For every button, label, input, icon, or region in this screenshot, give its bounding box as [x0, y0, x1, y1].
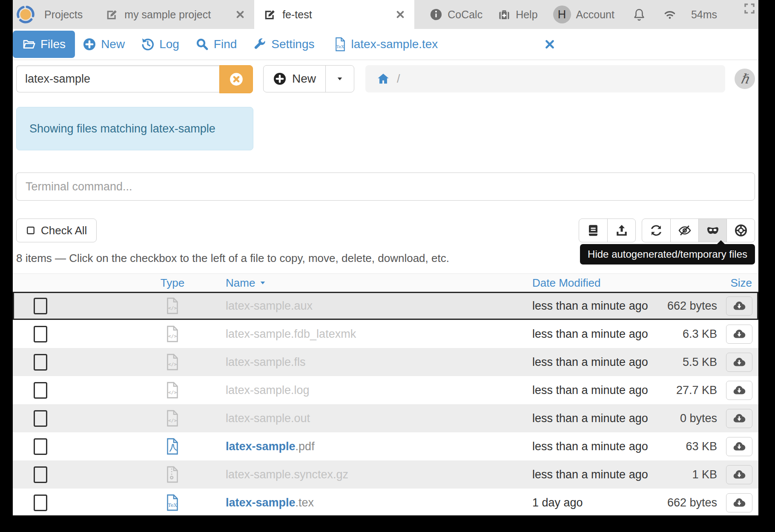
masked-files-tooltip: Hide autogenerated/temporary files — [580, 244, 755, 265]
download-cell — [720, 296, 758, 316]
hidden-files-icon — [678, 224, 692, 237]
file-name[interactable]: latex-sample.synctex.gz — [226, 468, 515, 481]
hbar-button[interactable]: ℏ — [735, 69, 755, 89]
wifi-icon[interactable] — [663, 8, 677, 21]
date-modified-cell: less than a minute ago — [515, 384, 647, 397]
backups-button[interactable] — [726, 219, 755, 242]
download-button[interactable] — [726, 381, 752, 400]
notebook-button[interactable] — [579, 219, 607, 242]
row-checkbox[interactable] — [34, 298, 47, 314]
download-cell — [720, 353, 758, 372]
clear-search-button[interactable] — [219, 65, 253, 93]
cocalc-logo-icon[interactable] — [16, 5, 35, 24]
table-row[interactable]: </>latex-sample.auxless than a minute ag… — [13, 292, 758, 320]
bell-icon[interactable] — [632, 8, 646, 21]
file-size-cell: 0 bytes — [647, 412, 720, 425]
column-header-size[interactable]: Size — [647, 276, 758, 290]
download-button[interactable] — [726, 325, 752, 344]
table-row[interactable]: TeXlatex-sample.tex1 day ago662 bytes — [13, 489, 758, 515]
close-icon[interactable] — [235, 10, 245, 19]
wrench-icon — [253, 37, 267, 51]
tab-fe-test[interactable]: fe-test — [254, 0, 414, 29]
row-checkbox[interactable] — [34, 495, 47, 511]
file-link[interactable]: latex-sample.tex — [226, 496, 314, 509]
file-name: latex-sample.tex — [226, 496, 515, 509]
file-name[interactable]: latex-sample.out — [226, 412, 515, 425]
edit-icon — [106, 8, 118, 21]
column-header-name[interactable]: Name — [226, 276, 515, 290]
download-cell — [720, 381, 758, 400]
refresh-button[interactable] — [642, 219, 670, 242]
cocalc-menu-button[interactable]: CoCalc — [430, 8, 482, 21]
download-cell — [720, 493, 758, 512]
home-icon[interactable] — [376, 72, 390, 86]
project-nav-item-files[interactable]: Files — [13, 31, 75, 58]
row-checkbox[interactable] — [34, 410, 47, 427]
checkbox-cell — [13, 354, 68, 371]
fullscreen-icon[interactable] — [743, 2, 756, 15]
breadcrumb: / — [365, 65, 725, 92]
terminal-command-input[interactable] — [16, 173, 755, 200]
row-checkbox[interactable] — [34, 466, 47, 483]
row-checkbox[interactable] — [34, 438, 47, 455]
checkbox-cell — [13, 382, 68, 399]
tab-my-sample-project[interactable]: my sample project — [96, 0, 254, 29]
download-button[interactable] — [726, 493, 752, 512]
project-nav-item-find[interactable]: Find — [195, 37, 237, 51]
file-type-cell: TeX — [68, 494, 226, 511]
table-row[interactable]: latex-sample.pdfless than a minute ago63… — [13, 432, 758, 460]
project-nav-item-new[interactable]: New — [83, 37, 125, 51]
file-zip-icon — [166, 466, 179, 483]
table-row[interactable]: </>latex-sample.logless than a minute ag… — [13, 376, 758, 404]
file-tex-icon: TeX — [166, 494, 179, 511]
file-type-cell — [68, 466, 226, 483]
project-nav-item-settings[interactable]: Settings — [253, 37, 314, 51]
circle-x-icon — [229, 72, 244, 86]
new-file-button[interactable]: New — [264, 66, 326, 92]
masked-files-button[interactable] — [698, 219, 726, 242]
file-name[interactable]: latex-sample.aux — [226, 299, 515, 313]
open-file-tab-latex-sample-tex[interactable]: TeX latex-sample.tex — [334, 37, 556, 52]
upload-button[interactable] — [607, 219, 635, 242]
date-modified-cell: 1 day ago — [515, 496, 647, 509]
project-nav-item-log[interactable]: Log — [141, 37, 179, 51]
column-header-date-modified[interactable]: Date Modified — [515, 276, 647, 290]
file-name[interactable]: latex-sample.fls — [226, 356, 515, 369]
download-button[interactable] — [726, 353, 752, 372]
cloud-download-icon — [732, 411, 746, 425]
table-row[interactable]: </>latex-sample.flsless than a minute ag… — [13, 348, 758, 376]
row-checkbox[interactable] — [34, 326, 47, 342]
caret-down-icon — [259, 279, 267, 287]
file-link[interactable]: latex-sample.pdf — [226, 440, 315, 453]
help-button[interactable]: Help — [498, 8, 537, 21]
backups-icon — [734, 224, 748, 237]
files-toolbar: New / ℏ — [13, 60, 758, 92]
close-icon[interactable] — [396, 10, 405, 19]
download-button[interactable] — [726, 437, 752, 456]
download-button[interactable] — [726, 465, 752, 484]
check-all-button[interactable]: Check All — [16, 219, 97, 242]
table-row[interactable]: </>latex-sample.fdb_latexmkless than a m… — [13, 320, 758, 348]
svg-text:TeX: TeX — [168, 502, 177, 508]
file-name[interactable]: latex-sample.fdb_latexmk — [226, 328, 515, 341]
download-button[interactable] — [726, 409, 752, 428]
close-icon[interactable] — [544, 39, 555, 50]
row-checkbox[interactable] — [34, 382, 47, 399]
projects-button[interactable]: Projects — [44, 9, 83, 21]
new-file-dropdown-toggle[interactable] — [326, 66, 354, 92]
table-row[interactable]: latex-sample.synctex.gzless than a minut… — [13, 460, 758, 489]
svg-text:</>: </> — [168, 333, 177, 339]
file-name[interactable]: latex-sample.log — [226, 384, 515, 397]
row-checkbox[interactable] — [34, 354, 47, 371]
account-button[interactable]: H Account — [553, 6, 614, 23]
folder-open-icon — [22, 37, 36, 51]
svg-text:</>: </> — [168, 389, 177, 395]
table-row[interactable]: </>latex-sample.outless than a minute ag… — [13, 404, 758, 432]
hidden-files-button[interactable] — [670, 219, 698, 242]
filename-search-input[interactable] — [16, 65, 219, 92]
svg-text:TeX: TeX — [336, 44, 344, 49]
column-header-type[interactable]: Type — [68, 276, 226, 290]
file-code-icon: </> — [166, 410, 179, 427]
download-button[interactable] — [726, 296, 752, 316]
button-group-2 — [642, 219, 755, 242]
